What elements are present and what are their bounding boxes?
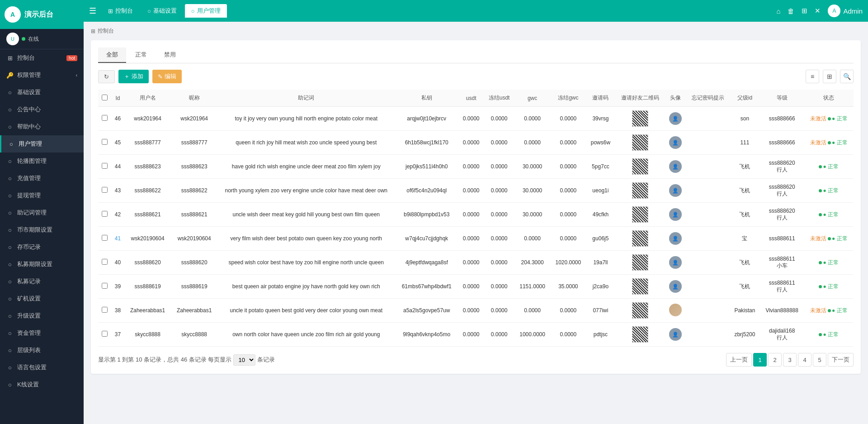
cell-frozen-usdt: 0.0000 xyxy=(484,275,514,299)
col-parent: 父级id xyxy=(730,90,760,107)
grid-icon[interactable]: ⊞ xyxy=(802,7,807,15)
cell-usdt: 0.0000 xyxy=(458,275,484,299)
per-page-select[interactable]: 10 20 50 xyxy=(233,354,255,366)
topnav-tab-users[interactable]: ○ 用户管理 xyxy=(185,4,227,18)
id-value[interactable]: 41 xyxy=(115,235,121,242)
close-icon[interactable]: ✕ xyxy=(815,7,821,15)
cell-nickname: sss888623 xyxy=(171,155,217,179)
table-view-button[interactable]: ≡ xyxy=(806,70,819,83)
add-button[interactable]: ＋ 添加 xyxy=(118,70,149,83)
page-5-button[interactable]: 5 xyxy=(813,353,826,367)
page-2-button[interactable]: 2 xyxy=(768,353,782,367)
sidebar-item-coin-record[interactable]: ○ 存币记录 xyxy=(0,238,84,256)
edit-button[interactable]: ✎ 编辑 xyxy=(152,70,182,83)
sidebar-item-coin-limit[interactable]: ○ 币市期限设置 xyxy=(0,221,84,238)
main-card: 全部 正常 禁用 ↻ ＋ 添加 ✎ 编辑 ≡ ⊞ xyxy=(91,40,861,374)
sidebar-item-permissions[interactable]: 🔑 权限管理 ‹ xyxy=(0,67,84,84)
prev-page-button[interactable]: 上一页 xyxy=(726,353,752,367)
topnav: ☰ ⊞ 控制台 ○ 基础设置 ○ 用户管理 ⌂ 🗑 ⊞ ✕ A Admin xyxy=(84,0,868,22)
cell-status: ● 正常 xyxy=(804,203,854,227)
tab-normal[interactable]: 正常 xyxy=(127,48,155,63)
cell-frozen-usdt: 0.0000 xyxy=(484,131,514,155)
users-tab-icon: ○ xyxy=(191,8,195,14)
row-checkbox[interactable] xyxy=(102,187,108,193)
sidebar-item-finance[interactable]: ○ 资金管理 xyxy=(0,324,84,342)
home-icon[interactable]: ⌂ xyxy=(776,7,780,15)
sidebar-item-language[interactable]: ○ 语言包设置 xyxy=(0,359,84,376)
sidebar-item-help[interactable]: ○ 帮助中心 xyxy=(0,118,84,135)
sidebar-item-levels[interactable]: ○ 层级列表 xyxy=(0,342,84,359)
sidebar-item-label: 层级列表 xyxy=(17,346,41,354)
recharge-icon: ○ xyxy=(6,175,14,182)
row-checkbox[interactable] xyxy=(102,115,108,121)
cell-qr xyxy=(615,251,665,275)
edit-label: 编辑 xyxy=(165,72,176,81)
row-checkbox[interactable] xyxy=(102,259,108,265)
sidebar-item-private-limit[interactable]: ○ 私募期限设置 xyxy=(0,256,84,273)
sidebar-item-dashboard[interactable]: ⊞ 控制台 hot xyxy=(0,49,84,67)
tab-disabled[interactable]: 禁用 xyxy=(156,48,184,63)
grade-text: 行人 xyxy=(777,214,788,221)
status-text: ● 正常 xyxy=(823,211,839,218)
row-checkbox[interactable] xyxy=(102,211,108,217)
cell-mnemonic: uncle wish deer meat key gold hill young… xyxy=(217,203,395,227)
cell-usdt: 0.0000 xyxy=(458,227,484,251)
row-checkbox[interactable] xyxy=(102,283,108,289)
trash-icon[interactable]: 🗑 xyxy=(788,7,794,15)
cell-gwc: 0.0000 xyxy=(514,131,550,155)
sidebar-item-recharge[interactable]: ○ 充值管理 xyxy=(0,170,84,187)
page-4-button[interactable]: 4 xyxy=(798,353,811,367)
sidebar-item-carousel[interactable]: ○ 轮播图管理 xyxy=(0,152,84,170)
sidebar-item-mnemonic[interactable]: ○ 助记词管理 xyxy=(0,204,84,221)
refresh-button[interactable]: ↻ xyxy=(98,70,115,83)
table-row: 40 sss888620 sss888620 speed wish color … xyxy=(98,251,854,275)
sidebar-item-kline[interactable]: ○ K线设置 xyxy=(0,376,84,393)
table-row: 46 wsk201964 wsk201964 toy it joy very o… xyxy=(98,107,854,131)
sidebar-item-upgrade[interactable]: ○ 升级设置 xyxy=(0,307,84,324)
permissions-icon: 🔑 xyxy=(6,72,14,79)
topnav-icons: ⌂ 🗑 ⊞ ✕ A Admin xyxy=(776,5,863,17)
hamburger-icon[interactable]: ☰ xyxy=(89,6,96,16)
avatar: 👤 xyxy=(669,328,682,341)
cell-parent: 飞机 xyxy=(730,275,760,299)
cell-username: sss888622 xyxy=(124,179,171,203)
topnav-tab-dashboard[interactable]: ⊞ 控制台 xyxy=(102,4,139,18)
cell-id: 43 xyxy=(111,179,124,203)
grid-view-button[interactable]: ⊞ xyxy=(823,70,836,83)
cell-usdt: 0.0000 xyxy=(458,251,484,275)
cell-frozen-gwc: 0.0000 xyxy=(550,323,586,347)
cell-invite-code: 077iwi xyxy=(586,299,615,323)
page-1-button[interactable]: 1 xyxy=(753,353,767,367)
sidebar-item-basic-settings[interactable]: ○ 基础设置 xyxy=(0,84,84,101)
cell-privatekey: 9l9qah6vknp4o5mo xyxy=(395,323,458,347)
status-text: ● 正常 xyxy=(823,283,839,290)
row-checkbox[interactable] xyxy=(102,331,108,337)
chevron-icon: ‹ xyxy=(76,73,77,78)
row-checkbox[interactable] xyxy=(102,235,108,241)
next-page-button[interactable]: 下一页 xyxy=(828,353,854,367)
cell-gwc: 30.0000 xyxy=(514,155,550,179)
tab-all[interactable]: 全部 xyxy=(98,48,126,63)
select-all-checkbox[interactable] xyxy=(102,95,108,100)
cell-id: 44 xyxy=(111,155,124,179)
sidebar-item-announcements[interactable]: ○ 公告中心 xyxy=(0,101,84,118)
cell-qr xyxy=(615,203,665,227)
cell-status: 未激活 ● 正常 xyxy=(804,131,854,155)
sidebar-item-users[interactable]: ○ 用户管理 xyxy=(0,135,84,152)
search-button[interactable]: 🔍 xyxy=(840,70,854,83)
table-row: 41 wsk20190604 wsk20190604 very film wis… xyxy=(98,227,854,251)
row-checkbox[interactable] xyxy=(102,307,108,313)
sidebar-item-private-record[interactable]: ○ 私募记录 xyxy=(0,273,84,290)
sidebar-item-label: 轮播图管理 xyxy=(17,157,47,165)
cell-frozen-usdt: 0.0000 xyxy=(484,155,514,179)
page-3-button[interactable]: 3 xyxy=(783,353,797,367)
cell-frozen-gwc: 0.0000 xyxy=(550,299,586,323)
row-checkbox[interactable] xyxy=(102,139,108,145)
sidebar-item-withdraw[interactable]: ○ 提现管理 xyxy=(0,187,84,204)
cell-username: wsk201964 xyxy=(124,107,171,131)
topnav-tab-basic-settings[interactable]: ○ 基础设置 xyxy=(141,4,183,18)
sidebar-item-miner[interactable]: ○ 矿机设置 xyxy=(0,290,84,307)
admin-user[interactable]: A Admin xyxy=(828,5,863,17)
row-checkbox[interactable] xyxy=(102,163,108,169)
cell-qr xyxy=(615,131,665,155)
